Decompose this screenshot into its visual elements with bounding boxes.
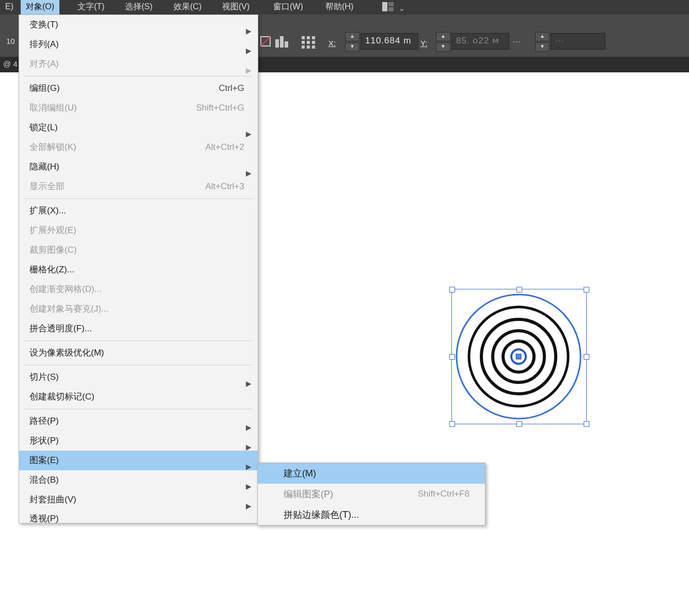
menu-row-label: 栅格化(Z)... [29, 265, 74, 274]
menu-row-25[interactable]: 形状(P)▶ [19, 431, 258, 451]
menu-shortcut: Alt+Ctrl+2 [205, 137, 244, 157]
svg-rect-7 [312, 36, 315, 39]
menu-shortcut: Ctrl+G [218, 79, 244, 98]
submenu-row-label: 拼贴边缘颜色(T)... [284, 510, 359, 520]
menu-row-label: 排列(A) [29, 39, 59, 49]
menu-row-label: 取消编组(U) [29, 103, 77, 113]
align-icon[interactable] [275, 36, 289, 48]
menu-row-label: 变换(T) [29, 20, 58, 29]
menu-shortcut: Shift+Ctrl+G [196, 98, 244, 118]
menu-row-19[interactable]: 设为像素级优化(M) [19, 343, 258, 363]
menu-row-label: 切片(S) [29, 372, 59, 382]
menu-row-label: 创建对象马赛克(J)... [29, 304, 108, 314]
menu-row-label: 全部解锁(K) [29, 142, 76, 152]
menu-row-1[interactable]: 排列(A)▶ [19, 35, 258, 54]
menu-bar: E) 对象(O) 文字(T) 选择(S) 效果(C) 视图(V) 窗口(W) 帮… [0, 0, 689, 14]
y-value-field[interactable]: 85. ᴏ22 ᴍ [451, 33, 509, 50]
selection-handle-se[interactable] [584, 421, 589, 427]
menu-row-11[interactable]: 扩展(X)... [19, 201, 258, 221]
menu-row-label: 隐藏(H) [29, 162, 59, 172]
menu-item-window[interactable]: 窗口(W) [268, 0, 308, 14]
menu-row-29[interactable]: 透视(P)▶ [19, 510, 258, 523]
x-value-field[interactable]: 110.684 m [361, 33, 418, 50]
menu-row-28[interactable]: 封套扭曲(V)▶ [19, 490, 258, 510]
submenu-shortcut: Shift+Ctrl+F8 [418, 484, 469, 504]
menu-row-label: 设为像素级优化(M) [29, 348, 104, 358]
svg-rect-6 [307, 36, 310, 39]
menu-item-type[interactable]: 文字(T) [72, 0, 109, 14]
menu-row-label: 裁剪图像(C) [29, 245, 77, 255]
transform-panel-icon[interactable] [302, 36, 316, 49]
menu-row-label: 透视(P) [29, 514, 59, 523]
menu-row-label: 扩展(X)... [29, 206, 66, 215]
svg-rect-13 [312, 45, 315, 49]
x-stepper[interactable]: ▲▼ [345, 32, 358, 51]
menu-item-select[interactable]: 选择(S) [120, 0, 158, 14]
submenu-row-2[interactable]: 拼贴边缘颜色(T)... [258, 504, 485, 525]
document-tab-label[interactable]: @ 4 [3, 59, 18, 68]
svg-rect-3 [280, 36, 284, 48]
menu-row-26[interactable]: 图案(E)▶ [19, 451, 258, 470]
submenu-row-label: 建立(M) [284, 468, 316, 479]
menu-row-17[interactable]: 拼合透明度(F)... [19, 319, 258, 338]
svg-rect-8 [302, 41, 305, 44]
menu-row-9: 显示全部Alt+Ctrl+3 [19, 177, 258, 196]
svg-line-1 [261, 37, 270, 46]
menu-row-22[interactable]: 创建裁切标记(C) [19, 387, 258, 407]
submenu-row-0[interactable]: 建立(M) [258, 463, 485, 484]
svg-rect-5 [302, 36, 305, 39]
chevron-right-icon: ▶ [246, 60, 252, 80]
menu-row-15: 创建渐变网格(D)... [19, 280, 258, 299]
selection-handle-w[interactable] [449, 354, 455, 360]
menu-row-label: 显示全部 [29, 181, 65, 191]
selection-handle-e[interactable] [584, 354, 589, 360]
menu-row-8[interactable]: 隐藏(H)▶ [19, 157, 258, 177]
menu-item-view[interactable]: 视图(V) [217, 0, 255, 14]
menu-row-24[interactable]: 路径(P)▶ [19, 411, 258, 431]
menu-row-label: 对齐(A) [29, 59, 59, 69]
chevron-down-icon[interactable]: ⌄ [399, 4, 405, 12]
width-icon[interactable]: ⋯ [512, 36, 528, 48]
menu-row-2: 对齐(A)▶ [19, 54, 258, 74]
menu-row-label: 混合(B) [29, 475, 59, 485]
selection-handle-s[interactable] [516, 421, 522, 427]
svg-rect-21 [516, 354, 521, 359]
menu-item-help[interactable]: 帮助(H) [320, 0, 358, 14]
menu-row-27[interactable]: 混合(B)▶ [19, 470, 258, 490]
y-stepper[interactable]: ▲▼ [436, 32, 449, 51]
w-value-field[interactable]: ⋯ [551, 33, 605, 50]
svg-rect-9 [307, 41, 310, 44]
menu-row-0[interactable]: 变换(T)▶ [19, 15, 258, 35]
menu-row-label: 封套扭曲(V) [29, 495, 76, 504]
object-dropdown-menu: 变换(T)▶排列(A)▶对齐(A)▶编组(G)Ctrl+G取消编组(U)Shif… [19, 14, 258, 523]
workspace-switcher-icon[interactable] [382, 2, 394, 11]
pattern-submenu: 建立(M)编辑图案(P)Shift+Ctrl+F8拼贴边缘颜色(T)... [257, 463, 486, 526]
menu-row-label: 扩展外观(E) [29, 225, 76, 235]
x-label: X: [328, 37, 336, 50]
submenu-row-1: 编辑图案(P)Shift+Ctrl+F8 [258, 484, 485, 504]
menu-shortcut: Alt+Ctrl+3 [205, 177, 244, 196]
chevron-right-icon: ▶ [246, 516, 252, 523]
menu-item-file[interactable]: E) [0, 0, 19, 14]
svg-text:⋯: ⋯ [512, 37, 521, 46]
menu-row-6[interactable]: 锁定(L)▶ [19, 118, 258, 137]
menu-row-label: 拼合透明度(F)... [29, 324, 92, 333]
menu-row-4[interactable]: 编组(G)Ctrl+G [19, 79, 258, 98]
menu-row-7: 全部解锁(K)Alt+Ctrl+2 [19, 137, 258, 157]
selection-handle-n[interactable] [516, 287, 522, 292]
menu-row-16: 创建对象马赛克(J)... [19, 299, 258, 319]
svg-rect-10 [312, 41, 315, 44]
concentric-circles-artwork[interactable] [456, 294, 582, 420]
menu-row-14[interactable]: 栅格化(Z)... [19, 260, 258, 280]
selection-handle-sw[interactable] [449, 421, 455, 427]
menu-row-5: 取消编组(U)Shift+Ctrl+G [19, 98, 258, 118]
menu-item-effect[interactable]: 效果(C) [168, 0, 207, 14]
selection-handle-nw[interactable] [449, 287, 455, 292]
menu-row-12: 扩展外观(E) [19, 221, 258, 240]
menu-item-object[interactable]: 对象(O) [21, 0, 59, 14]
menu-row-21[interactable]: 切片(S)▶ [19, 367, 258, 387]
selection-handle-ne[interactable] [584, 287, 589, 292]
menu-row-label: 编组(G) [29, 83, 60, 93]
fill-swatch-icon[interactable] [260, 36, 271, 47]
w-stepper[interactable]: ▲▼ [535, 32, 549, 51]
